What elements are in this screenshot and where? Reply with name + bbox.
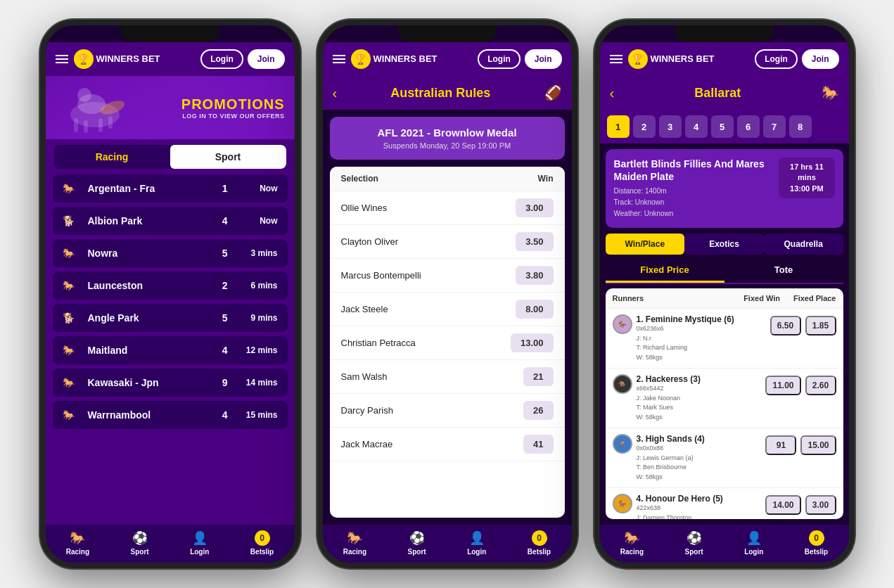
betting-row-6: Darcy Parish 26 bbox=[330, 394, 565, 428]
race-tab-2[interactable]: 2 bbox=[633, 115, 656, 138]
join-button-3[interactable]: Join bbox=[802, 49, 839, 69]
race-item-1[interactable]: 🐕 Albion Park 4 Now bbox=[53, 207, 288, 235]
race-tab-3[interactable]: 3 bbox=[659, 115, 682, 138]
race-item-2[interactable]: 🐎 Nowra 5 3 mins bbox=[53, 239, 288, 267]
race-item-6[interactable]: 🐎 Kawasaki - Jpn 9 14 mins bbox=[53, 369, 288, 397]
race-tab-4[interactable]: 4 bbox=[685, 115, 708, 138]
hamburger-icon-1[interactable] bbox=[56, 55, 68, 63]
race-time-5: 12 mins bbox=[239, 345, 278, 355]
race-time-badge-3: 17 hrs 11 mins 13:00 PM bbox=[779, 158, 834, 198]
phone-3: 🏆 WINNERS BET Login Join ‹ Ballarat 🐎 1 … bbox=[594, 20, 855, 568]
login-button-2[interactable]: Login bbox=[478, 49, 521, 69]
odds-btn-7[interactable]: 41 bbox=[523, 435, 553, 454]
price-tab-fixed[interactable]: Fixed Price bbox=[606, 259, 724, 283]
odds-btn-3[interactable]: 8.00 bbox=[516, 300, 553, 319]
fixed-place-btn-2[interactable]: 15.00 bbox=[800, 435, 836, 455]
betting-row-5: Sam Walsh 21 bbox=[330, 360, 565, 394]
runner-name-full-3: 4. Honour De Hero (5) bbox=[637, 494, 762, 504]
race-tab-1[interactable]: 1 bbox=[607, 115, 630, 138]
betslip-badge-2: 0 bbox=[532, 530, 547, 546]
race-item-0[interactable]: 🐎 Argentan - Fra 1 Now bbox=[53, 174, 288, 203]
runner-details-2: 3. High Sands (4) 0x0x0x88J: Lewis Germa… bbox=[637, 434, 762, 482]
nav-betslip-2[interactable]: 0 Betslip bbox=[528, 530, 551, 556]
race-tab-6[interactable]: 6 bbox=[737, 115, 760, 138]
sport-nav-icon-1: ⚽ bbox=[132, 530, 148, 546]
logo-3: 🏆 WINNERS BET bbox=[628, 49, 715, 69]
race-item-4[interactable]: 🐕 Angle Park 5 9 mins bbox=[53, 304, 288, 332]
nav-login-3[interactable]: 👤 Login bbox=[744, 530, 763, 556]
bet-type-win-place[interactable]: Win/Place bbox=[606, 234, 685, 255]
bet-type-tabs-3: Win/Place Exotics Quadrella bbox=[606, 234, 843, 255]
nav-racing-label-3: Racing bbox=[620, 548, 644, 556]
col-win-2: Win bbox=[538, 174, 554, 184]
price-tabs-3: Fixed Price Tote bbox=[606, 259, 843, 284]
phone-notch-3 bbox=[675, 25, 774, 42]
nav-betslip-3[interactable]: 0 Betslip bbox=[805, 530, 828, 556]
fixed-win-btn-2[interactable]: 91 bbox=[765, 435, 796, 455]
bet-type-quadrella[interactable]: Quadrella bbox=[764, 234, 843, 255]
phones-container: 🏆 WINNERS BET Login Join bbox=[40, 20, 855, 568]
odds-btn-1[interactable]: 3.50 bbox=[516, 232, 553, 251]
odds-btn-0[interactable]: 3.00 bbox=[516, 198, 553, 217]
odds-btn-2[interactable]: 3.80 bbox=[516, 266, 553, 285]
runner-meta-3: 422x638J: Damien Thornton bbox=[637, 504, 762, 519]
odds-btn-4[interactable]: 13.00 bbox=[511, 333, 554, 352]
join-button-1[interactable]: Join bbox=[248, 49, 285, 69]
fixed-win-btn-0[interactable]: 6.50 bbox=[770, 316, 801, 335]
nav-racing-1[interactable]: 🐎 Racing bbox=[66, 530, 89, 556]
nav-sport-1[interactable]: ⚽ Sport bbox=[131, 530, 149, 556]
race-info-left-3: Bartlett Blinds Fillies And Mares Maiden… bbox=[614, 158, 779, 219]
logo-text-1: WINNERS BET bbox=[96, 54, 160, 64]
nav-login-2[interactable]: 👤 Login bbox=[467, 530, 486, 556]
race-name-6: Kawasaki - Jpn bbox=[88, 377, 222, 388]
nav-racing-2[interactable]: 🐎 Racing bbox=[343, 530, 366, 556]
price-tab-tote[interactable]: Tote bbox=[724, 259, 843, 283]
nav-login-1[interactable]: 👤 Login bbox=[190, 530, 209, 556]
nav-betslip-label-3: Betslip bbox=[805, 548, 828, 556]
fixed-place-btn-0[interactable]: 1.85 bbox=[805, 316, 836, 335]
login-button-3[interactable]: Login bbox=[755, 49, 798, 69]
sport-nav-icon-3: ⚽ bbox=[687, 530, 702, 546]
fixed-place-btn-1[interactable]: 2.60 bbox=[805, 376, 836, 395]
weather-val: Unknown bbox=[644, 210, 674, 217]
fixed-place-btn-3[interactable]: 3.00 bbox=[805, 495, 836, 515]
nav-racing-3[interactable]: 🐎 Racing bbox=[620, 530, 644, 556]
race-tab-8[interactable]: 8 bbox=[789, 115, 812, 138]
tab-sport-1[interactable]: Sport bbox=[170, 145, 286, 169]
runner-avatar-2: 🏇 bbox=[613, 434, 632, 454]
betting-row-1: Clayton Oliver 3.50 bbox=[330, 225, 565, 259]
odds-btn-6[interactable]: 26 bbox=[523, 401, 553, 420]
fixed-win-btn-3[interactable]: 14.00 bbox=[765, 495, 800, 515]
runner-odds-2: 91 15.00 bbox=[765, 434, 836, 455]
runner-details-0: 1. Feminine Mystique (6) 0x6236x6J: N.rT… bbox=[637, 314, 766, 362]
back-button-3[interactable]: ‹ bbox=[610, 85, 615, 101]
winners-bet-logo-icon-2: 🏆 bbox=[351, 49, 371, 69]
hamburger-icon-2[interactable] bbox=[333, 55, 345, 63]
race-tab-5[interactable]: 5 bbox=[711, 115, 734, 138]
race-item-7[interactable]: 🐎 Warrnambool 4 15 mins bbox=[53, 401, 288, 429]
runner-name-2: Marcus Bontempelli bbox=[341, 270, 421, 281]
login-button-1[interactable]: Login bbox=[200, 49, 243, 69]
nav-sport-2[interactable]: ⚽ Sport bbox=[408, 530, 426, 556]
logo-text-3: WINNERS BET bbox=[651, 54, 715, 64]
race-tab-7[interactable]: 7 bbox=[763, 115, 786, 138]
nav-racing-label-1: Racing bbox=[66, 548, 89, 556]
odds-btn-5[interactable]: 21 bbox=[523, 367, 553, 386]
promo-subtitle-1: LOG IN TO VIEW OUR OFFERS bbox=[181, 113, 285, 120]
race-item-3[interactable]: 🐎 Launceston 2 6 mins bbox=[53, 271, 288, 300]
back-button-2[interactable]: ‹ bbox=[333, 85, 338, 101]
runner-name-4: Christian Petracca bbox=[341, 338, 416, 348]
nav-sport-3[interactable]: ⚽ Sport bbox=[685, 530, 703, 556]
runner-row-1: 🏇 2. Hackeress (3) x66x5442J: Jake Noona… bbox=[606, 369, 843, 428]
bet-type-exotics[interactable]: Exotics bbox=[684, 234, 764, 255]
tab-racing-1[interactable]: Racing bbox=[54, 145, 170, 169]
race-name-7: Warrnambool bbox=[88, 409, 222, 421]
sport-nav-icon-2: ⚽ bbox=[409, 530, 425, 546]
runner-name-full-0: 1. Feminine Mystique (6) bbox=[637, 314, 766, 324]
race-item-5[interactable]: 🐎 Maitland 4 12 mins bbox=[53, 336, 288, 364]
hamburger-icon-3[interactable] bbox=[610, 55, 622, 63]
nav-betslip-1[interactable]: 0 Betslip bbox=[250, 530, 274, 556]
col-runners: Runners bbox=[613, 294, 724, 302]
join-button-2[interactable]: Join bbox=[525, 49, 562, 69]
fixed-win-btn-1[interactable]: 11.00 bbox=[765, 376, 800, 395]
